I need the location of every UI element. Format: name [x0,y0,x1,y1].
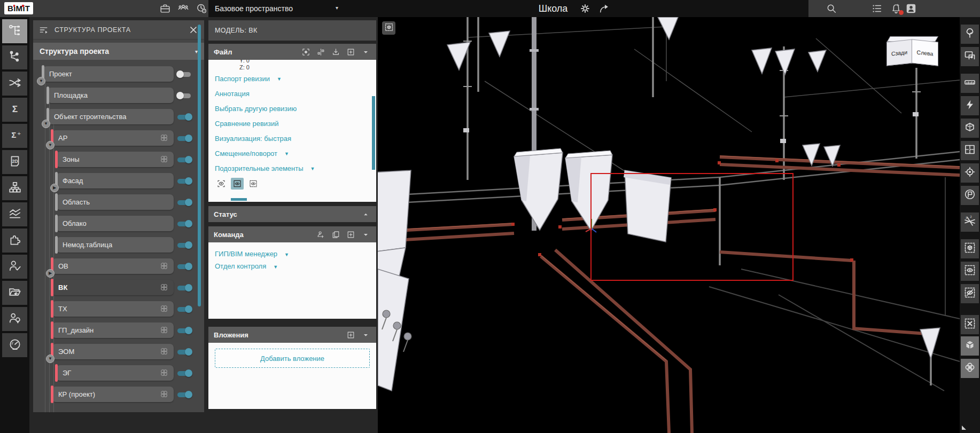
expand-collapse-icon[interactable]: ▼ [46,141,55,149]
tree-item-Немод.таблица[interactable]: Немод.таблица [56,237,174,253]
workspace-selector-label[interactable]: Базовое пространство [215,0,293,17]
topbar-bell-icon[interactable] [889,2,903,15]
link-Смещение/поворот[interactable]: Смещение/поворот▼ [208,146,376,161]
tree-item-Проект[interactable]: Проект [43,66,174,82]
visibility-toggle-Проект[interactable] [176,70,192,78]
tool-branch[interactable] [2,45,27,69]
visibility-toggle-Немод.таблица[interactable] [176,241,192,249]
file-split-icon[interactable] [315,46,326,57]
tree-item-Объект строительства[interactable]: Объект строительства [48,109,174,124]
tree-item-Облако[interactable]: Облако [56,216,174,231]
workspace-caret-icon[interactable]: ▾ [336,0,338,17]
view-button-eye-corners[interactable] [215,178,228,190]
tree-item-Фасад[interactable]: Фасад [56,173,174,188]
panel-menu-icon[interactable] [38,25,49,35]
link-Аннотация[interactable]: Аннотация [208,86,376,101]
link-ГИП/BIM менеджер[interactable]: ГИП/BIM менеджер▼ [208,248,376,260]
file-horizontal-scrollbar[interactable] [231,198,247,201]
tool-lightning[interactable] [961,96,979,115]
tree-item-Площадка[interactable]: Площадка [48,88,174,103]
expand--icon[interactable]: ▶ [46,269,55,278]
file-caret-down-icon[interactable] [360,46,371,57]
team-copy-icon[interactable] [330,229,341,240]
tree-item-АР[interactable]: АР [52,130,174,146]
link-Подозрительные элементы[interactable]: Подозрительные элементы▼ [208,161,376,176]
attachments-add-icon[interactable] [345,329,356,340]
topbar-gear-icon[interactable] [578,2,592,15]
tool-orbit[interactable] [961,359,979,378]
tool-chart-lines[interactable] [2,202,27,226]
topbar-profile-icon[interactable] [904,2,918,15]
tree-item-КР (проект)[interactable]: КР (проект) [52,387,174,402]
topbar-search-icon[interactable] [825,2,838,15]
visibility-toggle-КР (проект)[interactable] [176,390,192,399]
tree-item-ВК[interactable]: ВК [52,280,174,295]
navigation-cube[interactable]: Сзади Слева [886,37,940,67]
visibility-toggle-ОВ[interactable] [176,262,192,271]
tool-select-cube[interactable] [961,239,979,258]
tool-section-box[interactable] [961,119,979,138]
expand-collapse-icon[interactable]: ▼ [37,77,45,85]
team-person-add-icon[interactable] [315,229,326,240]
visibility-toggle-ГП_дизайн[interactable] [176,326,192,335]
file-section-header[interactable]: Файл [208,44,376,60]
tool-shuffle[interactable] [2,72,27,96]
tool-flag[interactable] [961,186,979,205]
add-attachment-button[interactable]: Добавить вложение [215,349,370,368]
link-Сравнение ревизий[interactable]: Сравнение ревизий [208,116,376,131]
tree-item-ОВ[interactable]: ОВ [52,258,174,274]
tool-locate[interactable] [961,163,979,183]
tool-structure[interactable] [2,19,27,43]
tool-gauge[interactable] [2,333,27,357]
tool-tree[interactable] [961,25,979,44]
tool-hide-eye[interactable] [961,284,979,303]
view-button-eye-dashed[interactable] [247,178,260,190]
tool-clear-x[interactable] [961,315,979,334]
visibility-toggle-Площадка[interactable] [176,91,192,100]
tree-item-ТХ[interactable]: ТХ [52,301,174,317]
nav-cube-left-face[interactable]: Слева [912,39,938,66]
tool-view-cube[interactable] [961,336,979,356]
visibility-toggle-ВК[interactable] [176,284,192,292]
expand--icon[interactable]: ▶ [50,184,59,192]
resize-handle[interactable] [962,426,966,430]
tool-capture[interactable] [961,47,979,66]
app-logo[interactable]: BiMiT [4,2,33,14]
tool-folder-share[interactable] [2,281,27,305]
tool-sigma-plus[interactable]: Σ+ [2,124,27,148]
tool-org-chart[interactable] [2,176,27,200]
attachments-caret-down-icon[interactable] [360,329,371,340]
attachments-section-header[interactable]: Вложения [208,327,376,343]
visibility-toggle-Облако[interactable] [176,219,192,228]
tree-item-Область[interactable]: Область [56,194,174,210]
link-Отдел контроля[interactable]: Отдел контроля▼ [208,260,376,272]
expand-collapse-icon[interactable]: ▼ [46,355,55,363]
team-caret-down-icon[interactable] [360,229,371,240]
visibility-toggle-Объект строительства[interactable] [176,113,192,121]
visibility-toggle-АР[interactable] [176,134,192,143]
topbar-time-icon[interactable] [195,2,208,15]
visibility-toggle-Зоны[interactable] [176,155,192,164]
team-section-header[interactable]: Команда [208,226,376,242]
team-add-icon[interactable] [345,229,356,240]
topbar-share-icon[interactable] [597,2,611,15]
topbar-team-icon[interactable] [176,2,190,15]
file-focus-scan-icon[interactable] [300,46,311,57]
tool-user-check[interactable] [2,255,27,279]
tool-sigma[interactable]: Σ [2,98,27,122]
tool-ruler[interactable] [961,74,979,93]
tree-item-ГП_дизайн[interactable]: ГП_дизайн [52,322,174,338]
tool-floorplan[interactable] [961,141,979,160]
visibility-toggle-ЭОМ[interactable] [176,348,192,356]
visibility-toggle-ТХ[interactable] [176,305,192,313]
topbar-briefcase-icon[interactable] [158,2,172,15]
tree-scrollbar[interactable] [198,25,201,306]
viewport-3d[interactable]: Сзади Слева [378,17,960,433]
view-button-eye-box[interactable] [231,178,244,190]
link-Визуализация: быстрая[interactable]: Визуализация: быстрая [208,131,376,146]
visibility-toggle-Фасад[interactable] [176,177,192,185]
visibility-toggle-Область[interactable] [176,198,192,207]
viewport-mode-button[interactable] [382,21,395,35]
tool-doc-2d[interactable]: 2D [2,150,27,174]
status-section-header[interactable]: Статус [208,206,376,222]
